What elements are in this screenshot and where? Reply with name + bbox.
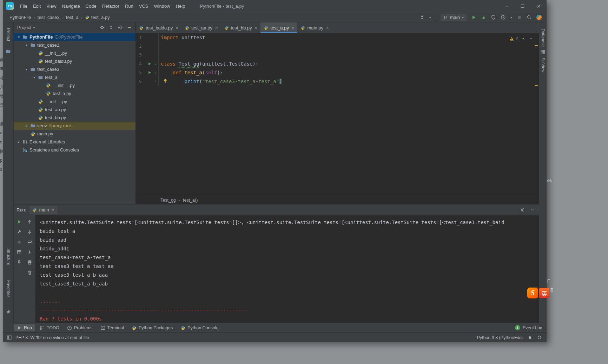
editor-tab-test-a-py[interactable]: test_a.py× [260,22,297,33]
tree-item-scratches-and-consoles[interactable]: Scratches and Consoles [14,146,136,154]
fold-marker-icon[interactable]: ∨ [153,62,158,66]
collapse-all-icon[interactable] [108,25,114,30]
menu-item-run[interactable]: Run [122,2,136,10]
tree-item-test-a-py[interactable]: test_a.py [14,89,136,97]
tab-close-icon[interactable]: × [176,25,178,31]
prev-warning-icon[interactable] [521,36,526,41]
tree-chevron-icon[interactable]: ▾ [16,35,21,39]
event-log-button[interactable]: 1 Event Log [515,325,542,330]
tree-item-test-case1[interactable]: ▾test_case1 [14,41,136,49]
inspection-mark[interactable] [535,85,538,86]
project-settings-gear-icon[interactable] [118,25,123,30]
toolwindow-button-run[interactable]: Run [14,324,35,331]
pin-tab-button[interactable] [16,260,22,265]
menu-item-vcs[interactable]: VCS [136,2,151,10]
scroll-to-end-button[interactable] [27,250,32,255]
editor-tab-test-bb-py[interactable]: test_bb.py× [221,22,261,33]
hide-panel-icon[interactable] [127,25,132,30]
tree-chevron-icon[interactable]: ▸ [16,140,21,144]
menu-item-edit[interactable]: Edit [30,2,44,10]
tree-item-test-case3[interactable]: ▾test_case3 [14,65,136,73]
run-button[interactable] [471,15,476,20]
editor-breadcrumb-item-test-a[interactable]: test_a() [183,198,198,203]
menu-item-code[interactable]: Code [83,2,99,10]
toolwindow-button-problems[interactable]: Problems [64,324,96,331]
run-line-button[interactable] [147,70,152,75]
run-tab-close-icon[interactable]: × [52,207,55,213]
tree-item-test-aa-py[interactable]: test_aa.py [14,106,136,114]
toolwindow-button-todo[interactable]: TODO [37,324,62,331]
debug-button[interactable] [481,15,486,20]
toolwindow-toggle-icon[interactable] [7,335,12,340]
tree-item-test-bb-py[interactable]: test_bb.py [14,114,136,122]
editor-tab-test-aa-py[interactable]: test_aa.py× [181,22,221,33]
run-console[interactable]: <unittest.suite.TestSuite tests=[<unitte… [35,215,539,323]
close-button[interactable] [530,0,547,12]
stripe-tab-project[interactable]: Project [6,28,11,41]
menu-item-view[interactable]: View [44,2,59,10]
next-occurrence-button[interactable] [27,229,32,235]
clear-all-button[interactable] [27,270,32,275]
editor-tab-main-py[interactable]: main.py× [297,22,332,33]
run-line-button[interactable] [147,62,152,66]
tab-close-icon[interactable]: × [215,25,218,31]
tree-chevron-icon[interactable]: ▸ [24,124,29,128]
tree-chevron-icon[interactable]: ▾ [24,43,29,47]
tree-item-external-libraries[interactable]: ▸External Libraries [14,138,136,146]
profiler-button[interactable] [501,15,506,20]
tab-close-icon[interactable]: × [255,25,258,31]
editor-tab-test-baidu-py[interactable]: test_baidu.py× [136,22,181,33]
toolwindow-button-terminal[interactable]: Terminal [97,324,127,331]
maximize-button[interactable] [514,0,530,12]
run-settings-gear-icon[interactable] [520,207,525,213]
project-panel-title[interactable]: Project [17,25,31,30]
user-caret-icon[interactable]: ▾ [429,15,431,19]
breadcrumb-item-test-a-py[interactable]: test_a.py [85,15,110,20]
profiler-caret-icon[interactable]: ▾ [510,15,512,19]
stripe-tab-database[interactable]: Database [541,29,546,47]
stripe-tab-structure[interactable]: Structure [6,248,11,265]
minimize-button[interactable] [498,0,514,12]
tree-item-pythonfile[interactable]: ▾PythonFileD:\PythonFile [14,33,136,41]
menu-item-help[interactable]: Help [173,2,188,10]
coverage-button[interactable] [491,15,496,20]
soft-wrap-button[interactable] [27,240,32,245]
git-branch-selector[interactable]: main ▾ [441,14,467,21]
tree-item-test-baidu-py[interactable]: test_baidu.py [14,57,136,65]
toolwindow-button-python-console[interactable]: Python Console [177,324,222,331]
sciview-icon[interactable] [540,49,546,55]
stripe-tab-sciview[interactable]: SciView [541,58,546,72]
run-tab-main[interactable]: main × [29,206,57,214]
tree-chevron-icon[interactable]: ▾ [32,75,37,79]
warning-count-group[interactable]: 2 [509,36,518,41]
ime-language-badge[interactable]: 英 [539,288,549,298]
restore-layout-button[interactable] [16,250,22,255]
sogou-icon[interactable]: S [527,288,538,298]
project-view-caret-icon[interactable]: ▾ [33,26,35,29]
project-stripe-icon[interactable] [6,49,11,54]
print-console-button[interactable] [27,260,32,265]
editor[interactable]: 1import unittest234∨class Test_gg(unitte… [136,33,539,196]
tab-close-icon[interactable]: × [326,25,329,31]
menu-item-refactor[interactable]: Refactor [99,2,122,10]
intention-bulb-icon[interactable] [163,79,168,83]
select-opened-file-icon[interactable] [99,25,105,30]
tree-item-test-a[interactable]: ▾test_a [14,73,136,81]
tree-item-venv[interactable]: ▸venvlibrary root [14,122,136,130]
fold-marker-icon[interactable]: ∨ [153,71,158,74]
menu-item-navigate[interactable]: Navigate [59,2,82,10]
stripe-tab-favorites[interactable]: Favorites [6,280,11,297]
breadcrumb-item-test-case3[interactable]: test_case3 [38,15,60,20]
fold-marker-icon[interactable]: ∧ [153,80,158,83]
status-message[interactable]: PEP 8: W292 no newline at end of file [15,335,89,340]
tree-item-init-py[interactable]: __init__.py [14,81,136,89]
interpreter-label[interactable]: Python 3.8 (PythonFile) [477,335,523,340]
editor-breadcrumb-item-test-gg[interactable]: Test_gg [160,198,176,203]
prev-occurrence-button[interactable] [27,219,32,224]
next-warning-icon[interactable] [529,36,533,41]
favorites-star-icon[interactable] [6,309,11,314]
tree-item-init-py[interactable]: __init__.py [14,97,136,106]
tree-item-init-py[interactable]: __init__.py [14,49,136,57]
inspection-mark[interactable] [535,45,538,46]
tree-chevron-icon[interactable]: ▾ [24,67,29,71]
